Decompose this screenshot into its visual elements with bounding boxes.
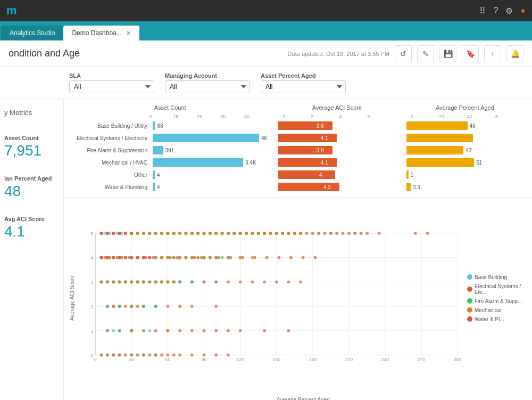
- filter-sla: SLA All: [69, 72, 154, 93]
- svg-point-230: [166, 305, 169, 308]
- user-icon[interactable]: ●: [520, 6, 526, 15]
- filter-ma-label: Managing Account: [165, 72, 250, 79]
- refresh-button[interactable]: ↺: [395, 45, 412, 62]
- svg-point-397: [203, 256, 206, 259]
- svg-point-364: [239, 232, 242, 235]
- svg-point-429: [100, 232, 103, 235]
- svg-point-248: [100, 354, 103, 357]
- svg-text:240: 240: [381, 357, 389, 362]
- svg-point-249: [106, 354, 109, 357]
- svg-point-356: [190, 232, 194, 235]
- filter-apa-select[interactable]: All: [261, 80, 346, 93]
- asset-count-metric: Asset Count 7,951: [4, 135, 59, 159]
- metrics-section-title: y Metrics: [4, 104, 59, 119]
- svg-point-264: [214, 354, 218, 357]
- aci-score-bars: 3.8 4.1 3.8 4.1 4 4.: [278, 121, 395, 192]
- svg-point-416: [112, 305, 115, 308]
- svg-point-243: [214, 329, 218, 332]
- bookmark-button[interactable]: 🔖: [462, 45, 479, 62]
- svg-point-374: [299, 232, 302, 235]
- legend-label: Mechanical: [475, 307, 502, 313]
- svg-point-256: [148, 354, 151, 357]
- svg-point-394: [185, 256, 188, 259]
- top-nav: m ⠿ ? ⚙ ●: [0, 0, 532, 21]
- scatter-x-label: Average Percent Aged: [277, 397, 330, 400]
- logo-text: m: [6, 4, 16, 18]
- svg-point-316: [221, 256, 224, 259]
- svg-point-348: [142, 232, 145, 235]
- share-button[interactable]: ↑: [484, 45, 501, 62]
- notify-button[interactable]: 🔔: [506, 45, 523, 62]
- svg-point-213: [203, 280, 206, 283]
- svg-point-347: [136, 232, 139, 235]
- legend-color: [467, 316, 472, 322]
- svg-point-363: [232, 232, 236, 235]
- filter-managing-account: Managing Account All: [165, 72, 250, 93]
- filter-ma-select[interactable]: All: [165, 80, 250, 93]
- svg-point-392: [172, 256, 176, 259]
- filter-sla-select[interactable]: All: [69, 80, 154, 93]
- svg-point-237: [142, 329, 145, 332]
- settings-icon[interactable]: ⚙: [505, 6, 513, 16]
- svg-point-395: [190, 256, 194, 259]
- tab-demo-dashboard[interactable]: Demo Dashboa... ✕: [63, 26, 139, 40]
- svg-point-391: [166, 256, 169, 259]
- header-bar: ondition and Age Data updated: Oct 18, 2…: [0, 40, 532, 67]
- svg-point-165: [317, 232, 320, 235]
- svg-point-217: [251, 280, 254, 283]
- svg-text:150: 150: [272, 357, 280, 362]
- svg-text:180: 180: [309, 357, 317, 362]
- svg-point-193: [265, 256, 269, 259]
- svg-point-414: [166, 280, 169, 283]
- svg-point-351: [160, 232, 163, 235]
- svg-point-232: [190, 305, 194, 308]
- percent-aged-bar-row: 51: [406, 158, 523, 167]
- svg-point-402: [251, 256, 254, 259]
- svg-point-164: [305, 232, 309, 235]
- svg-point-250: [112, 354, 115, 357]
- svg-point-262: [190, 354, 194, 357]
- svg-point-396: [196, 256, 200, 259]
- svg-point-418: [130, 329, 133, 332]
- save-button[interactable]: 💾: [439, 45, 456, 62]
- svg-point-260: [172, 354, 176, 357]
- avg-aci-value: 4.1: [4, 223, 59, 240]
- svg-point-422: [112, 256, 115, 259]
- edit-button[interactable]: ✎: [417, 45, 434, 62]
- svg-point-362: [227, 232, 230, 235]
- percent-aged-chart-title: Average Percent Aged: [406, 104, 523, 111]
- aci-score-bar-row: 3.8: [278, 145, 395, 155]
- svg-text:90: 90: [202, 357, 207, 362]
- svg-point-410: [142, 280, 145, 283]
- svg-point-431: [112, 232, 115, 235]
- median-value: 48: [4, 183, 59, 200]
- svg-point-432: [118, 232, 121, 235]
- svg-point-424: [124, 256, 127, 259]
- percent-aged-bar-row: 43: [406, 145, 523, 155]
- svg-point-166: [329, 232, 332, 235]
- svg-point-331: [178, 280, 181, 283]
- svg-point-339: [118, 329, 121, 332]
- svg-point-434: [130, 232, 133, 235]
- svg-point-245: [239, 329, 242, 332]
- svg-text:0: 0: [90, 353, 93, 358]
- svg-point-350: [154, 232, 157, 235]
- svg-point-420: [100, 256, 103, 259]
- grid-icon[interactable]: ⠿: [479, 6, 486, 16]
- svg-point-372: [287, 232, 290, 235]
- help-icon[interactable]: ?: [493, 6, 498, 15]
- svg-point-377: [335, 232, 338, 235]
- svg-point-233: [214, 305, 218, 308]
- svg-point-419: [166, 329, 169, 332]
- asset-count-bar-row: Electrical Systems / Electricity 4K: [72, 133, 268, 143]
- svg-point-231: [178, 305, 181, 308]
- data-updated-text: Data updated: Oct 18, 2017 at 3:55 PM: [288, 51, 389, 57]
- svg-point-255: [142, 354, 145, 357]
- tab-analytics-studio[interactable]: Analytics Studio: [1, 26, 63, 40]
- svg-point-251: [118, 354, 121, 357]
- svg-point-399: [214, 256, 218, 259]
- svg-point-379: [360, 232, 363, 235]
- tab-close-icon[interactable]: ✕: [126, 30, 131, 37]
- svg-point-227: [136, 305, 139, 308]
- svg-text:3: 3: [90, 280, 93, 285]
